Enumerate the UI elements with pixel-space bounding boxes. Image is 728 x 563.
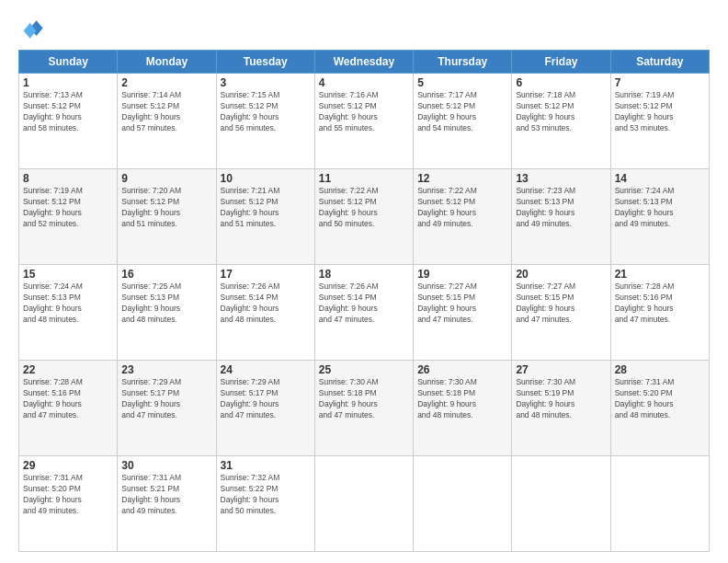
- calendar-cell: 21Sunrise: 7:28 AM Sunset: 5:16 PM Dayli…: [610, 265, 709, 361]
- calendar-week-row: 15Sunrise: 7:24 AM Sunset: 5:13 PM Dayli…: [19, 265, 710, 361]
- calendar-week-row: 8Sunrise: 7:19 AM Sunset: 5:12 PM Daylig…: [19, 169, 710, 265]
- day-info: Sunrise: 7:19 AM Sunset: 5:12 PM Dayligh…: [23, 186, 113, 230]
- day-number: 29: [23, 459, 113, 472]
- calendar-cell: 27Sunrise: 7:30 AM Sunset: 5:19 PM Dayli…: [512, 361, 610, 456]
- calendar-empty-cell: [610, 456, 709, 552]
- day-number: 8: [23, 172, 113, 185]
- calendar-cell: 10Sunrise: 7:21 AM Sunset: 5:12 PM Dayli…: [216, 169, 314, 265]
- day-info: Sunrise: 7:31 AM Sunset: 5:20 PM Dayligh…: [23, 473, 113, 517]
- day-info: Sunrise: 7:27 AM Sunset: 5:15 PM Dayligh…: [516, 282, 606, 326]
- calendar-cell: 12Sunrise: 7:22 AM Sunset: 5:12 PM Dayli…: [414, 169, 512, 265]
- day-info: Sunrise: 7:16 AM Sunset: 5:12 PM Dayligh…: [319, 90, 409, 134]
- day-number: 10: [221, 172, 311, 185]
- day-info: Sunrise: 7:13 AM Sunset: 5:12 PM Dayligh…: [23, 90, 113, 134]
- calendar-cell: 23Sunrise: 7:29 AM Sunset: 5:17 PM Dayli…: [118, 361, 216, 456]
- calendar-empty-cell: [314, 456, 413, 552]
- day-info: Sunrise: 7:23 AM Sunset: 5:13 PM Dayligh…: [516, 186, 606, 230]
- day-number: 26: [417, 363, 507, 376]
- day-info: Sunrise: 7:25 AM Sunset: 5:13 PM Dayligh…: [121, 282, 211, 326]
- day-number: 11: [319, 172, 409, 185]
- calendar-cell: 20Sunrise: 7:27 AM Sunset: 5:15 PM Dayli…: [512, 265, 610, 361]
- weekday-header: Wednesday: [314, 51, 413, 74]
- day-info: Sunrise: 7:14 AM Sunset: 5:12 PM Dayligh…: [121, 90, 211, 134]
- calendar-cell: 4Sunrise: 7:16 AM Sunset: 5:12 PM Daylig…: [314, 74, 413, 169]
- calendar-cell: 26Sunrise: 7:30 AM Sunset: 5:18 PM Dayli…: [414, 361, 512, 456]
- weekday-header: Friday: [512, 51, 610, 74]
- day-number: 5: [417, 76, 507, 89]
- calendar-cell: 31Sunrise: 7:32 AM Sunset: 5:22 PM Dayli…: [216, 456, 314, 552]
- calendar-week-row: 22Sunrise: 7:28 AM Sunset: 5:16 PM Dayli…: [19, 361, 710, 456]
- day-info: Sunrise: 7:29 AM Sunset: 5:17 PM Dayligh…: [221, 377, 311, 421]
- day-info: Sunrise: 7:31 AM Sunset: 5:21 PM Dayligh…: [121, 473, 211, 517]
- logo-icon: [18, 17, 44, 42]
- day-number: 19: [417, 268, 507, 281]
- calendar-cell: 13Sunrise: 7:23 AM Sunset: 5:13 PM Dayli…: [512, 169, 610, 265]
- day-number: 20: [516, 268, 606, 281]
- calendar-cell: 30Sunrise: 7:31 AM Sunset: 5:21 PM Dayli…: [118, 456, 216, 552]
- calendar-cell: 8Sunrise: 7:19 AM Sunset: 5:12 PM Daylig…: [19, 169, 118, 265]
- day-number: 18: [319, 268, 409, 281]
- calendar-empty-cell: [512, 456, 610, 552]
- calendar-cell: 25Sunrise: 7:30 AM Sunset: 5:18 PM Dayli…: [314, 361, 413, 456]
- logo: [18, 17, 48, 42]
- day-info: Sunrise: 7:24 AM Sunset: 5:13 PM Dayligh…: [615, 186, 705, 230]
- day-info: Sunrise: 7:19 AM Sunset: 5:12 PM Dayligh…: [615, 90, 705, 134]
- day-number: 21: [615, 268, 705, 281]
- weekday-header: Tuesday: [216, 51, 314, 74]
- day-info: Sunrise: 7:30 AM Sunset: 5:19 PM Dayligh…: [516, 377, 606, 421]
- day-info: Sunrise: 7:26 AM Sunset: 5:14 PM Dayligh…: [319, 282, 409, 326]
- day-info: Sunrise: 7:15 AM Sunset: 5:12 PM Dayligh…: [221, 90, 311, 134]
- calendar-cell: 15Sunrise: 7:24 AM Sunset: 5:13 PM Dayli…: [19, 265, 118, 361]
- calendar-cell: 24Sunrise: 7:29 AM Sunset: 5:17 PM Dayli…: [216, 361, 314, 456]
- day-info: Sunrise: 7:28 AM Sunset: 5:16 PM Dayligh…: [23, 377, 113, 421]
- calendar-cell: 6Sunrise: 7:18 AM Sunset: 5:12 PM Daylig…: [512, 74, 610, 169]
- day-number: 13: [516, 172, 606, 185]
- day-number: 6: [516, 76, 606, 89]
- day-number: 22: [23, 363, 113, 376]
- calendar-cell: 19Sunrise: 7:27 AM Sunset: 5:15 PM Dayli…: [414, 265, 512, 361]
- calendar-cell: 2Sunrise: 7:14 AM Sunset: 5:12 PM Daylig…: [118, 74, 216, 169]
- day-number: 31: [221, 459, 311, 472]
- day-number: 14: [615, 172, 705, 185]
- weekday-header: Monday: [118, 51, 216, 74]
- calendar-cell: 16Sunrise: 7:25 AM Sunset: 5:13 PM Dayli…: [118, 265, 216, 361]
- calendar-cell: 29Sunrise: 7:31 AM Sunset: 5:20 PM Dayli…: [19, 456, 118, 552]
- calendar-cell: 11Sunrise: 7:22 AM Sunset: 5:12 PM Dayli…: [314, 169, 413, 265]
- day-info: Sunrise: 7:32 AM Sunset: 5:22 PM Dayligh…: [221, 473, 311, 517]
- calendar-header-row: SundayMondayTuesdayWednesdayThursdayFrid…: [19, 51, 710, 74]
- day-number: 30: [121, 459, 211, 472]
- day-number: 17: [221, 268, 311, 281]
- day-info: Sunrise: 7:18 AM Sunset: 5:12 PM Dayligh…: [516, 90, 606, 134]
- day-number: 28: [615, 363, 705, 376]
- day-info: Sunrise: 7:30 AM Sunset: 5:18 PM Dayligh…: [417, 377, 507, 421]
- day-info: Sunrise: 7:31 AM Sunset: 5:20 PM Dayligh…: [615, 377, 705, 421]
- day-number: 2: [121, 76, 211, 89]
- calendar-cell: 1Sunrise: 7:13 AM Sunset: 5:12 PM Daylig…: [19, 74, 118, 169]
- calendar-table: SundayMondayTuesdayWednesdayThursdayFrid…: [18, 50, 710, 552]
- day-info: Sunrise: 7:22 AM Sunset: 5:12 PM Dayligh…: [319, 186, 409, 230]
- calendar-cell: 3Sunrise: 7:15 AM Sunset: 5:12 PM Daylig…: [216, 74, 314, 169]
- day-info: Sunrise: 7:28 AM Sunset: 5:16 PM Dayligh…: [615, 282, 705, 326]
- calendar-week-row: 29Sunrise: 7:31 AM Sunset: 5:20 PM Dayli…: [19, 456, 710, 552]
- calendar-cell: 9Sunrise: 7:20 AM Sunset: 5:12 PM Daylig…: [118, 169, 216, 265]
- day-number: 23: [121, 363, 211, 376]
- calendar-week-row: 1Sunrise: 7:13 AM Sunset: 5:12 PM Daylig…: [19, 74, 710, 169]
- header: [18, 17, 710, 42]
- day-number: 25: [319, 363, 409, 376]
- day-info: Sunrise: 7:27 AM Sunset: 5:15 PM Dayligh…: [417, 282, 507, 326]
- day-info: Sunrise: 7:22 AM Sunset: 5:12 PM Dayligh…: [417, 186, 507, 230]
- day-number: 12: [417, 172, 507, 185]
- calendar-cell: 17Sunrise: 7:26 AM Sunset: 5:14 PM Dayli…: [216, 265, 314, 361]
- weekday-header: Saturday: [610, 51, 709, 74]
- day-number: 4: [319, 76, 409, 89]
- day-number: 27: [516, 363, 606, 376]
- calendar-cell: 7Sunrise: 7:19 AM Sunset: 5:12 PM Daylig…: [610, 74, 709, 169]
- calendar-cell: 22Sunrise: 7:28 AM Sunset: 5:16 PM Dayli…: [19, 361, 118, 456]
- day-number: 3: [221, 76, 311, 89]
- day-number: 1: [23, 76, 113, 89]
- day-info: Sunrise: 7:30 AM Sunset: 5:18 PM Dayligh…: [319, 377, 409, 421]
- day-number: 15: [23, 268, 113, 281]
- day-number: 7: [615, 76, 705, 89]
- day-number: 24: [221, 363, 311, 376]
- calendar-cell: 28Sunrise: 7:31 AM Sunset: 5:20 PM Dayli…: [610, 361, 709, 456]
